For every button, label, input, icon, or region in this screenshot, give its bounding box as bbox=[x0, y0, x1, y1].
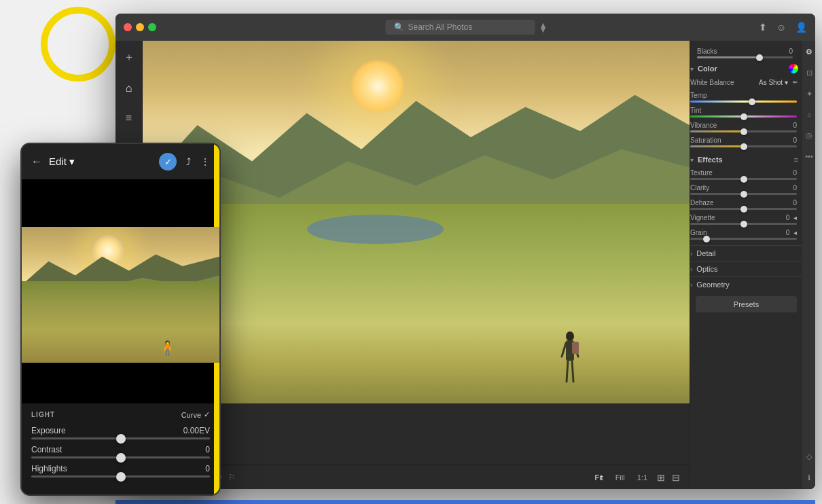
close-button[interactable] bbox=[124, 23, 132, 31]
vibrance-label: Vibrance bbox=[690, 122, 717, 129]
masking-icon[interactable]: ○ bbox=[807, 111, 812, 119]
sidebar-add-icon[interactable]: ＋ bbox=[121, 48, 137, 67]
photo-lake bbox=[307, 215, 444, 244]
dehaze-label: Dehaze bbox=[690, 199, 713, 206]
effects-section-header[interactable]: ▾ Effects ≡ bbox=[690, 153, 802, 166]
effects-view-icon[interactable]: ≡ bbox=[794, 156, 798, 164]
mobile-black-strip-top bbox=[22, 179, 219, 227]
photo-area: ★ ★ ★ ★ ★ ⚑ ⚐ Fit Fill 1:1 ⊞ ⊟ bbox=[143, 41, 690, 489]
export-icon[interactable]: ⬆ bbox=[759, 22, 767, 33]
mobile-highlights-row: Highlights 0 bbox=[31, 464, 210, 478]
tag-icon[interactable]: ◇ bbox=[806, 452, 812, 461]
search-bar[interactable]: 🔍 Search All Photos bbox=[386, 20, 535, 35]
title-bar-center: 🔍 Search All Photos ⧫ bbox=[386, 20, 546, 35]
grain-track[interactable] bbox=[690, 238, 797, 240]
mobile-share-icon[interactable]: ⤴ bbox=[186, 156, 191, 167]
vignette-track[interactable] bbox=[690, 223, 797, 225]
sidebar-home-icon[interactable]: ⌂ bbox=[123, 79, 135, 97]
saturation-track[interactable] bbox=[690, 145, 797, 147]
filmstrip bbox=[143, 403, 690, 465]
healing-icon[interactable]: ✦ bbox=[806, 90, 812, 98]
filter-icon[interactable]: ⧫ bbox=[541, 22, 546, 33]
sidebar-library-icon[interactable]: ≡ bbox=[123, 109, 135, 127]
grain-thumb[interactable] bbox=[703, 236, 710, 242]
search-placeholder: Search All Photos bbox=[408, 22, 473, 32]
mobile-exposure-value: 0.00EV bbox=[183, 426, 210, 435]
crop-icon[interactable]: ⊡ bbox=[806, 69, 812, 77]
mobile-highlights-track[interactable] bbox=[31, 475, 210, 478]
yellow-circle-decoration bbox=[41, 7, 115, 82]
dehaze-thumb[interactable] bbox=[740, 206, 747, 213]
presets-button[interactable]: Presets bbox=[696, 296, 797, 312]
color-section-header[interactable]: ▾ Color bbox=[690, 61, 802, 76]
blue-accent-bar bbox=[115, 500, 815, 504]
geometry-row[interactable]: › Geometry bbox=[690, 276, 802, 292]
color-wheel-icon bbox=[789, 64, 798, 73]
blacks-thumb[interactable] bbox=[756, 54, 763, 61]
fullscreen-button[interactable] bbox=[148, 23, 156, 31]
tint-track[interactable] bbox=[690, 115, 797, 118]
reject-icon[interactable]: ⚐ bbox=[228, 473, 236, 482]
blacks-track[interactable] bbox=[697, 56, 793, 58]
mobile-person-silhouette: 🧍 bbox=[159, 340, 176, 356]
vibrance-slider-row: Vibrance 0 bbox=[690, 122, 802, 132]
tint-thumb[interactable] bbox=[740, 113, 747, 120]
mobile-more-icon[interactable]: ⋮ bbox=[200, 156, 210, 167]
1to1-view-button[interactable]: 1:1 bbox=[635, 472, 650, 483]
blacks-fill bbox=[697, 56, 760, 58]
mobile-exposure-thumb[interactable] bbox=[116, 434, 126, 444]
mobile-highlights-label: Highlights bbox=[31, 464, 67, 473]
vibrance-thumb[interactable] bbox=[740, 128, 747, 135]
optics-row[interactable]: › Optics bbox=[690, 261, 802, 276]
texture-track[interactable] bbox=[690, 178, 797, 180]
mobile-exposure-row: Exposure 0.00EV bbox=[31, 426, 210, 439]
vignette-thumb[interactable] bbox=[740, 221, 747, 228]
dehaze-value: 0 bbox=[793, 199, 797, 206]
mobile-highlights-thumb[interactable] bbox=[116, 472, 126, 482]
mobile-back-button[interactable]: ← bbox=[31, 156, 42, 168]
info-icon[interactable]: ☺ bbox=[776, 22, 786, 33]
grid-view-icon[interactable]: ⊞ bbox=[657, 472, 665, 483]
saturation-thumb[interactable] bbox=[740, 143, 747, 150]
mobile-check-button[interactable]: ✓ bbox=[159, 153, 177, 170]
optics-label: Optics bbox=[696, 265, 717, 273]
mobile-contrast-track[interactable] bbox=[31, 456, 210, 458]
fit-view-button[interactable]: Fit bbox=[592, 472, 605, 483]
mobile-exposure-track[interactable] bbox=[31, 437, 210, 439]
dehaze-track[interactable] bbox=[690, 208, 797, 210]
view-controls: Fit Fill 1:1 ⊞ ⊟ bbox=[592, 472, 680, 483]
blacks-label: Blacks bbox=[697, 48, 717, 55]
temp-thumb[interactable] bbox=[749, 98, 755, 105]
mobile-ground bbox=[22, 281, 219, 363]
mobile-curve-button[interactable]: Curve ✓ bbox=[181, 410, 210, 419]
dehaze-slider-row: Dehaze 0 bbox=[690, 199, 802, 210]
vibrance-fill bbox=[690, 130, 744, 132]
mobile-light-header: LIGHT Curve ✓ bbox=[31, 410, 210, 419]
minimize-button[interactable] bbox=[136, 23, 144, 31]
right-panel: Blacks 0 ▾ bbox=[690, 41, 815, 489]
texture-thumb[interactable] bbox=[740, 176, 747, 183]
title-bar-right: ⬆ ☺ 👤 bbox=[759, 22, 807, 33]
redeye-icon[interactable]: ◎ bbox=[806, 131, 812, 140]
svg-line-8 bbox=[572, 361, 573, 382]
mobile-black-strip-bottom bbox=[22, 363, 219, 403]
wb-value[interactable]: As Shot ▾ bbox=[759, 79, 788, 86]
temp-track[interactable] bbox=[690, 101, 797, 103]
title-bar: 🔍 Search All Photos ⧫ ⬆ ☺ 👤 bbox=[115, 14, 815, 41]
user-icon[interactable]: 👤 bbox=[796, 22, 807, 33]
detail-row[interactable]: › Detail bbox=[690, 245, 802, 261]
mobile-title: Edit ▾ bbox=[49, 156, 152, 168]
mobile-contrast-thumb[interactable] bbox=[116, 453, 126, 463]
clarity-track[interactable] bbox=[690, 193, 797, 195]
eyedropper-icon[interactable]: ✒ bbox=[792, 78, 798, 87]
blacks-value: 0 bbox=[789, 48, 793, 55]
compare-view-icon[interactable]: ⊟ bbox=[672, 472, 680, 483]
vibrance-track[interactable] bbox=[690, 130, 797, 132]
fill-view-button[interactable]: Fill bbox=[613, 472, 628, 483]
photo-person bbox=[560, 331, 580, 385]
adjust-icon[interactable]: ⚙ bbox=[806, 48, 812, 56]
info2-icon[interactable]: ℹ bbox=[808, 473, 810, 482]
geometry-label: Geometry bbox=[696, 281, 729, 289]
clarity-thumb[interactable] bbox=[740, 191, 747, 198]
more-icon[interactable]: ••• bbox=[805, 152, 813, 160]
